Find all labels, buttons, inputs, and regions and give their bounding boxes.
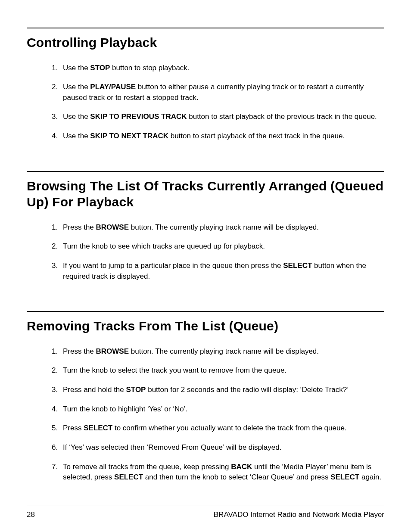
step-number: 4. [52, 131, 58, 142]
step-item: 6.If ‘Yes’ was selected then ‘Removed Fr… [52, 442, 384, 453]
step-text-strong: BROWSE [96, 223, 129, 231]
section: Removing Tracks From The List (Queue)1.P… [27, 311, 384, 483]
step-number: 6. [52, 442, 58, 453]
step-text: button to start playback of the next tra… [168, 132, 345, 140]
step-item: 4.Turn the knob to highlight ‘Yes’ or ‘N… [52, 404, 384, 415]
section-heading: Controlling Playback [27, 34, 384, 51]
step-text: Press and hold the [63, 386, 126, 394]
step-text: Turn the knob to highlight ‘Yes’ or ‘No’… [63, 405, 187, 413]
step-text: If ‘Yes’ was selected then ‘Removed From… [63, 443, 281, 451]
step-text: Use the [63, 112, 90, 121]
step-number: 1. [52, 222, 58, 233]
section-divider [27, 28, 384, 28]
step-text: button to start playback of the previous… [187, 112, 377, 121]
step-number: 3. [52, 261, 58, 271]
step-text: Press the [63, 347, 96, 355]
step-text: To remove all tracks from the queue, kee… [63, 463, 231, 471]
step-number: 3. [52, 112, 58, 122]
step-text: and then turn the knob to select ‘Clear … [143, 473, 330, 481]
step-text: Use the [63, 64, 90, 72]
step-item: 3.Press and hold the STOP button for 2 s… [52, 385, 384, 395]
step-text-strong: BROWSE [96, 347, 129, 355]
step-number: 4. [52, 404, 58, 415]
product-name: BRAVADO Internet Radio and Network Media… [214, 510, 384, 519]
step-text: button for 2 seconds and the radio will … [146, 386, 349, 394]
step-text: Press the [63, 223, 96, 231]
step-text: button. The currently playing track name… [129, 347, 319, 355]
step-list: 1.Press the BROWSE button. The currently… [27, 346, 384, 483]
step-item: 1.Press the BROWSE button. The currently… [52, 222, 384, 233]
step-text-strong: SKIP TO NEXT TRACK [90, 132, 168, 140]
step-text-strong: PLAY/PAUSE [90, 83, 136, 91]
step-list: 1.Press the BROWSE button. The currently… [27, 222, 384, 282]
section-heading: Removing Tracks From The List (Queue) [27, 318, 384, 334]
step-number: 1. [52, 63, 58, 74]
step-number: 2. [52, 241, 58, 252]
step-text-strong: STOP [126, 386, 146, 394]
section-heading: Browsing The List Of Tracks Currently Ar… [27, 178, 384, 210]
step-item: 2.Turn the knob to select the track you … [52, 365, 384, 376]
step-text: to confirm whether you actually want to … [112, 424, 346, 432]
step-item: 7.To remove all tracks from the queue, k… [52, 462, 384, 483]
step-item: 5.Press SELECT to confirm whether you ac… [52, 423, 384, 434]
step-text: Use the [63, 83, 90, 91]
step-text-strong: SKIP TO PREVIOUS TRACK [90, 112, 187, 121]
step-number: 2. [52, 82, 58, 93]
step-text: Turn the knob to select the track you wa… [63, 366, 286, 374]
step-item: 2.Turn the knob to see which tracks are … [52, 241, 384, 252]
section: Browsing The List Of Tracks Currently Ar… [27, 171, 384, 282]
step-item: 2.Use the PLAY/PAUSE button to either pa… [52, 82, 384, 103]
step-number: 1. [52, 346, 58, 357]
step-item: 3.If you want to jump to a particular pl… [52, 261, 384, 282]
step-text-strong: BACK [231, 463, 252, 471]
step-text: Turn the knob to see which tracks are qu… [63, 242, 265, 250]
step-text: Press [63, 424, 84, 432]
step-item: 1.Press the BROWSE button. The currently… [52, 346, 384, 357]
step-number: 2. [52, 365, 58, 376]
step-number: 7. [52, 462, 58, 473]
step-text: If you want to jump to a particular plac… [63, 261, 283, 270]
step-text-strong: STOP [90, 64, 110, 72]
step-text: button to stop playback. [110, 64, 189, 72]
step-item: 3.Use the SKIP TO PREVIOUS TRACK button … [52, 112, 384, 122]
section-divider [27, 171, 384, 172]
step-text-strong: SELECT [114, 473, 143, 481]
step-text: button. The currently playing track name… [129, 223, 319, 231]
step-text: again. [359, 473, 381, 481]
step-item: 4.Use the SKIP TO NEXT TRACK button to s… [52, 131, 384, 142]
step-text-strong: SELECT [330, 473, 359, 481]
section-divider [27, 311, 384, 312]
step-list: 1.Use the STOP button to stop playback.2… [27, 63, 384, 142]
step-text: Use the [63, 132, 90, 140]
section: Controlling Playback1.Use the STOP butto… [27, 28, 384, 142]
step-number: 3. [52, 385, 58, 395]
step-item: 1.Use the STOP button to stop playback. [52, 63, 384, 74]
page-footer: 28 BRAVADO Internet Radio and Network Me… [27, 505, 384, 519]
step-number: 5. [52, 423, 58, 434]
step-text-strong: SELECT [84, 424, 112, 432]
step-text-strong: SELECT [283, 261, 312, 270]
page-number: 28 [27, 510, 35, 519]
